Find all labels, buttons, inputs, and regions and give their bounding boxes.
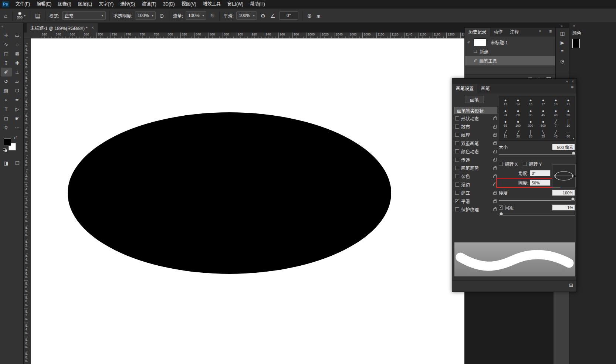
new-brush-icon[interactable]: ⊞ [569, 282, 573, 288]
brush-preset[interactable]: ╲ 35 [537, 129, 549, 140]
lock-icon[interactable] [493, 176, 497, 178]
menubar-item[interactable]: 编辑(E) [33, 0, 55, 8]
lock-icon[interactable] [493, 151, 497, 153]
brush-preset-picker[interactable]: 500 [16, 12, 26, 19]
blend-mode-select[interactable]: 正常 [62, 11, 106, 20]
menubar-item[interactable]: 图层(L) [75, 0, 96, 8]
size-slider[interactable] [499, 151, 575, 156]
brush-option-row[interactable]: 建立 [454, 189, 497, 197]
brush-panel-menu-icon[interactable]: ≡ [568, 85, 576, 90]
lock-icon[interactable] [493, 134, 497, 137]
roundness-field[interactable]: 50% [530, 180, 551, 186]
brush-preset[interactable]: ● 16 [524, 97, 537, 108]
quick-mask-icon[interactable]: ◨ [1, 159, 12, 167]
brush-option-checkbox[interactable] [455, 133, 459, 137]
brush-tool[interactable]: ✐ [1, 68, 12, 76]
brush-option-checkbox[interactable] [455, 183, 459, 187]
brush-option-row[interactable]: 保护纹理 [454, 205, 497, 213]
brush-preset[interactable]: ● 17 [537, 97, 549, 108]
menubar-item[interactable]: 视图(V) [178, 0, 200, 8]
history-item[interactable]: ✐ 未标题-1 [465, 38, 555, 47]
menubar-item[interactable]: 帮助(H) [247, 0, 268, 8]
history-item[interactable]: ✐ 画笔工具 [465, 56, 555, 65]
home-icon[interactable]: ⌂ [3, 13, 9, 18]
brush-option-checkbox[interactable] [455, 141, 459, 145]
brush-panel-tab[interactable]: 画笔 [477, 84, 494, 93]
toggle-brush-settings-icon[interactable]: ▤ [34, 13, 41, 18]
flip-x-checkbox-row[interactable]: 翻转 X [499, 161, 518, 167]
flip-y-checkbox[interactable] [523, 162, 527, 166]
history-brush-tool[interactable]: ↺ [1, 77, 12, 86]
preset-scroll-icon[interactable]: ▾ [573, 137, 574, 140]
vertical-ruler[interactable]: 540 560 580 600 620 640 660 680 700 720 … [24, 38, 31, 364]
toolbar-collapse-icon[interactable]: « [0, 23, 23, 31]
brush-option-row[interactable]: 传递 [454, 156, 497, 164]
flow-select[interactable]: 100% [186, 11, 206, 20]
smoothing-options-gear-icon[interactable]: ⚙ [260, 13, 267, 18]
history-item[interactable]: ❏ 新建 [465, 47, 555, 56]
spacing-value-field[interactable]: 1% [552, 204, 575, 211]
frame-tool[interactable]: ⊠ [12, 49, 23, 58]
brush-preset[interactable]: ● 100 [512, 118, 524, 129]
brush-preset[interactable]: ╱ 15 [499, 129, 512, 140]
histogram-icon[interactable]: ◫ [560, 31, 565, 36]
spacing-slider[interactable] [499, 212, 575, 216]
brush-preset[interactable]: ● 300 [524, 118, 537, 129]
brush-option-row[interactable]: 散布 [454, 122, 497, 130]
color-panel-swatch[interactable] [572, 39, 580, 48]
brush-preset[interactable]: ● 35 [524, 108, 537, 118]
brush-preset[interactable]: ● 28 [512, 108, 524, 118]
screen-mode-icon[interactable]: ❐ [12, 159, 23, 167]
size-value-field[interactable]: 500 像素 [552, 144, 575, 150]
brush-tip-angle-preview[interactable]: ▶ [552, 164, 576, 187]
lock-icon[interactable] [493, 208, 497, 211]
horizontal-ruler[interactable]: 620 640 660 680 700 720 740 760 780 800 … [31, 33, 464, 38]
hardness-value-field[interactable]: 100% [552, 190, 575, 196]
zoom-tool[interactable]: ⚲ [1, 123, 12, 132]
lock-icon[interactable] [493, 200, 497, 203]
opacity-select[interactable]: 100% [135, 11, 156, 20]
angle-field[interactable]: 0° [530, 170, 551, 176]
type-tool[interactable]: T [1, 105, 12, 113]
blur-tool[interactable]: ❍ [12, 86, 23, 95]
brush-preset[interactable]: ╱ 45 [549, 129, 562, 140]
brush-preset[interactable]: │ 28 [524, 129, 537, 140]
lock-icon[interactable] [493, 167, 497, 170]
canvas[interactable] [31, 38, 464, 364]
clone-stamp-tool[interactable]: ⊥ [12, 68, 23, 76]
menubar-item[interactable]: 滤镜(T) [138, 0, 159, 8]
brush-option-checkbox[interactable] [455, 158, 459, 162]
menubar-item[interactable]: 窗口(W) [224, 0, 247, 8]
brush-option-row[interactable]: 双重画笔 [454, 139, 497, 147]
hardness-slider-thumb[interactable] [571, 197, 575, 201]
panel-collapse-icon[interactable]: « [566, 79, 569, 84]
brushes-button[interactable]: 画笔 [465, 96, 484, 103]
pressure-opacity-icon[interactable]: ⊙ [158, 13, 165, 18]
collapse-panels-icon[interactable]: « [561, 24, 563, 28]
collapse-panels-icon[interactable]: « [573, 24, 575, 28]
brush-preset[interactable]: ● 65 [499, 118, 512, 129]
history-panel-tab[interactable]: 历史记录 [465, 28, 490, 37]
brush-preset[interactable]: ╱ 7 [549, 118, 562, 129]
brush-preset[interactable]: ● 14 [512, 97, 524, 108]
lock-icon[interactable] [493, 118, 497, 120]
flip-y-checkbox-row[interactable]: 翻转 Y [523, 161, 542, 167]
lasso-tool[interactable]: ∿ [1, 40, 12, 49]
lock-icon[interactable] [493, 159, 497, 161]
spacing-slider-thumb[interactable] [500, 212, 503, 215]
brush-preset[interactable]: ● 60 [562, 108, 575, 118]
document-tab[interactable]: 未标题-1 @ 189%(RGB/8#) * × [27, 23, 98, 33]
brush-panel-tab[interactable]: 画笔设置 [452, 84, 477, 93]
rectangle-tool[interactable]: ◻ [1, 114, 12, 123]
menubar-item[interactable]: 文件(F) [12, 0, 33, 8]
history-panel-tab[interactable]: 注释 [506, 28, 522, 37]
brush-option-row[interactable]: 平滑 [454, 197, 497, 205]
gradient-tool[interactable]: ▨ [1, 86, 12, 95]
healing-brush-tool[interactable]: ✚ [12, 58, 23, 67]
close-tab-icon[interactable]: × [91, 25, 94, 30]
symmetry-icon[interactable]: ж [315, 13, 321, 18]
history-panel-menu-icon[interactable]: ≡ [549, 29, 552, 34]
pressure-size-icon[interactable]: ⊚ [306, 13, 313, 18]
swap-colors-icon[interactable]: ⇄ [14, 135, 17, 139]
smoothing-select[interactable]: 100% [236, 11, 257, 20]
